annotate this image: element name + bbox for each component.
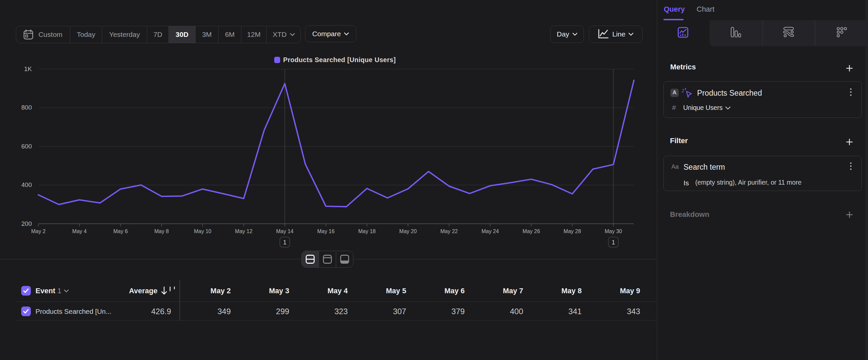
svg-text:May 6: May 6 [114, 228, 128, 234]
svg-text:May 22: May 22 [440, 228, 458, 234]
svg-text:800: 800 [21, 104, 32, 111]
svg-text:May 28: May 28 [564, 228, 581, 234]
svg-text:May 8: May 8 [155, 228, 169, 234]
svg-text:May 16: May 16 [317, 228, 335, 234]
svg-text:May 12: May 12 [235, 228, 253, 234]
svg-text:400: 400 [21, 181, 32, 188]
svg-text:May 10: May 10 [194, 228, 212, 234]
svg-text:200: 200 [21, 220, 32, 227]
svg-text:May 18: May 18 [358, 228, 376, 234]
svg-text:May 24: May 24 [482, 228, 499, 234]
svg-text:1: 1 [612, 239, 615, 246]
svg-text:May 14: May 14 [276, 228, 294, 234]
svg-text:May 26: May 26 [523, 228, 540, 234]
svg-text:May 4: May 4 [72, 228, 87, 234]
svg-text:May 20: May 20 [399, 228, 417, 234]
svg-text:May 30: May 30 [605, 228, 622, 234]
svg-text:1: 1 [283, 239, 286, 246]
svg-text:1K: 1K [24, 65, 32, 73]
svg-text:600: 600 [21, 143, 32, 150]
svg-text:May 2: May 2 [31, 228, 46, 234]
